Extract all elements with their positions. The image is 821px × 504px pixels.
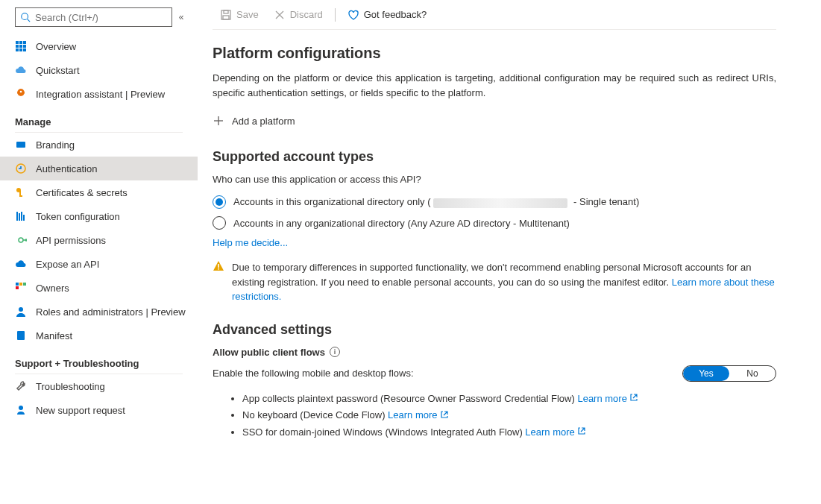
learn-more-link[interactable]: Learn more — [525, 426, 585, 438]
wrench-icon — [15, 380, 27, 392]
radio-multitenant[interactable]: Accounts in any organizational directory… — [213, 216, 776, 230]
svg-rect-18 — [19, 213, 20, 221]
expose-icon — [15, 258, 27, 270]
sidebar-item-expose[interactable]: Expose an API — [0, 252, 198, 276]
account-heading: Supported account types — [213, 149, 776, 165]
sidebar-item-authentication[interactable]: Authentication — [0, 157, 198, 180]
platform-description: Depending on the platform or device this… — [213, 71, 776, 100]
public-client-toggle[interactable]: Yes No — [682, 365, 776, 382]
sidebar-item-label: API permissions — [36, 235, 106, 246]
svg-rect-19 — [21, 212, 22, 221]
sidebar-item-label: Troubleshooting — [36, 381, 105, 392]
list-item: No keyboard (Device Code Flow) Learn mor… — [242, 409, 776, 423]
svg-point-27 — [19, 307, 23, 312]
sidebar-item-label: Certificates & secrets — [36, 187, 128, 198]
svg-rect-32 — [223, 16, 229, 19]
svg-rect-9 — [19, 48, 22, 51]
main-content: Save Discard Got feedback? Platform conf… — [198, 0, 821, 504]
sidebar-item-branding[interactable]: Branding — [0, 133, 198, 157]
svg-rect-28 — [17, 331, 25, 340]
svg-rect-5 — [16, 45, 19, 48]
search-icon — [20, 12, 31, 22]
svg-rect-24 — [19, 283, 22, 286]
warning-box: Due to temporary differences in supporte… — [213, 260, 776, 304]
list-item: SSO for domain-joined Windows (Windows I… — [242, 426, 776, 440]
learn-more-link[interactable]: Learn more — [577, 393, 638, 404]
svg-rect-6 — [19, 45, 22, 48]
svg-rect-25 — [23, 283, 26, 286]
toggle-no: No — [729, 366, 776, 381]
platform-heading: Platform configurations — [213, 45, 776, 62]
svg-point-0 — [22, 13, 28, 20]
radio-single-tenant[interactable]: Accounts in this organizational director… — [213, 195, 776, 209]
save-button[interactable]: Save — [213, 0, 266, 30]
redacted-tenant-name — [433, 198, 567, 208]
nav-section-support: Support + Troubleshooting — [0, 347, 198, 374]
auth-icon — [15, 163, 27, 174]
discard-button[interactable]: Discard — [266, 0, 330, 30]
key-icon — [15, 186, 27, 198]
save-icon — [220, 9, 232, 21]
svg-line-1 — [28, 19, 31, 22]
heart-icon — [347, 9, 359, 21]
info-icon[interactable]: i — [330, 347, 340, 357]
list-item: App collects plaintext password (Resourc… — [242, 392, 776, 406]
search-input[interactable] — [35, 12, 167, 23]
warning-icon — [213, 260, 224, 304]
manifest-icon — [15, 330, 27, 341]
sidebar-item-label: Branding — [36, 139, 75, 151]
sidebar-item-label: Manifest — [36, 330, 72, 341]
owners-icon — [15, 282, 27, 294]
sidebar-item-label: New support request — [36, 405, 125, 416]
enable-flows-text: Enable the following mobile and desktop … — [213, 368, 414, 379]
external-link-icon — [629, 392, 638, 406]
external-link-icon — [577, 426, 586, 439]
flows-list: App collects plaintext password (Resourc… — [213, 392, 776, 440]
rocket-icon — [15, 88, 27, 100]
svg-point-21 — [19, 238, 23, 242]
svg-rect-2 — [16, 41, 19, 44]
sidebar-item-label: Owners — [36, 283, 69, 294]
sidebar-item-certificates[interactable]: Certificates & secrets — [0, 180, 198, 204]
sidebar: « Overview Quickstart Integration assist… — [0, 0, 198, 504]
cloud-icon — [15, 64, 27, 76]
svg-rect-12 — [16, 142, 25, 148]
sidebar-item-quickstart[interactable]: Quickstart — [0, 58, 198, 82]
feedback-button[interactable]: Got feedback? — [340, 0, 435, 30]
svg-rect-7 — [23, 45, 26, 48]
svg-rect-10 — [23, 48, 26, 51]
permissions-icon — [15, 234, 27, 246]
svg-rect-4 — [23, 41, 26, 44]
sidebar-item-newsupport[interactable]: New support request — [0, 398, 198, 422]
svg-point-29 — [19, 406, 23, 410]
sidebar-item-manifest[interactable]: Manifest — [0, 324, 198, 347]
sidebar-item-label: Quickstart — [36, 65, 80, 76]
sidebar-item-label: Roles and administrators | Preview — [36, 306, 186, 318]
svg-rect-8 — [16, 48, 19, 51]
add-platform-button[interactable]: Add a platform — [213, 110, 776, 131]
nav-section-manage: Manage — [0, 106, 198, 132]
svg-rect-20 — [23, 215, 25, 221]
help-decide-link[interactable]: Help me decide... — [213, 237, 288, 248]
account-question: Who can use this application or access t… — [213, 174, 776, 185]
sidebar-item-roles[interactable]: Roles and administrators | Preview — [0, 300, 198, 324]
learn-more-link[interactable]: Learn more — [388, 409, 448, 420]
sidebar-item-integration[interactable]: Integration assistant | Preview — [0, 82, 198, 106]
token-icon — [15, 210, 27, 222]
svg-rect-16 — [19, 195, 22, 197]
discard-icon — [274, 9, 286, 21]
toolbar: Save Discard Got feedback? — [213, 0, 776, 30]
sidebar-item-overview[interactable]: Overview — [0, 34, 198, 58]
tag-icon — [15, 139, 27, 151]
sidebar-item-tokenconfig[interactable]: Token configuration — [0, 204, 198, 228]
plus-icon — [213, 115, 224, 127]
svg-point-11 — [20, 91, 22, 93]
sidebar-item-troubleshooting[interactable]: Troubleshooting — [0, 374, 198, 398]
grid-icon — [15, 40, 27, 52]
search-box[interactable] — [15, 7, 172, 27]
sidebar-item-label: Overview — [36, 41, 76, 52]
svg-rect-23 — [16, 283, 19, 286]
collapse-sidebar-button[interactable]: « — [172, 12, 190, 22]
sidebar-item-owners[interactable]: Owners — [0, 276, 198, 300]
sidebar-item-apiperm[interactable]: API permissions — [0, 228, 198, 252]
